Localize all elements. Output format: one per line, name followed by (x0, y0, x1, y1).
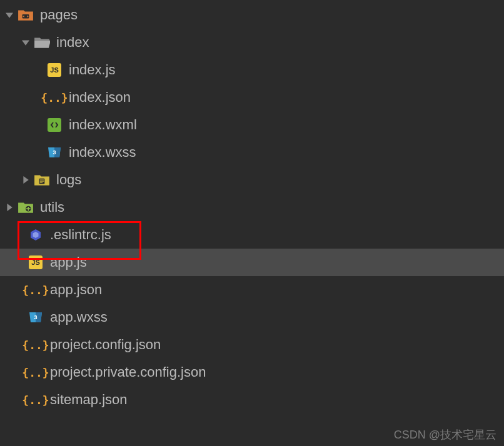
file-label: index.wxss (69, 144, 136, 161)
tree-folder-logs[interactable]: logs (0, 166, 504, 194)
file-tree: pages index JS index.js {..} index.json … (0, 0, 504, 414)
wxss-icon: 3 (28, 309, 44, 325)
file-label: app.wxss (50, 309, 108, 325)
wxml-icon (48, 118, 61, 132)
svg-text:3: 3 (34, 314, 37, 320)
json-icon: {..} (28, 282, 44, 298)
tree-file-index-json[interactable]: {..} index.json (0, 84, 504, 111)
folder-utils-icon (18, 199, 34, 216)
file-label: app.js (50, 254, 87, 270)
js-icon: JS (48, 63, 61, 77)
js-icon: JS (29, 255, 43, 269)
json-icon: {..} (28, 392, 44, 408)
folder-label: index (56, 34, 89, 51)
folder-pages-icon (18, 7, 34, 23)
chevron-right-icon (19, 173, 33, 187)
file-label: .eslintrc.js (50, 227, 111, 243)
file-label: project.config.json (50, 337, 161, 353)
tree-folder-index[interactable]: index (0, 29, 504, 56)
folder-label: pages (40, 7, 78, 23)
tree-folder-utils[interactable]: utils (0, 194, 504, 221)
svg-text:3: 3 (53, 149, 56, 156)
tree-file-sitemap[interactable]: {..} sitemap.json (0, 386, 504, 414)
tree-file-index-wxml[interactable]: index.wxml (0, 111, 504, 139)
chevron-down-icon (19, 36, 33, 49)
tree-file-project-config[interactable]: {..} project.config.json (0, 331, 504, 359)
folder-open-icon (34, 34, 50, 51)
eslint-icon (28, 227, 44, 243)
svg-rect-5 (40, 182, 43, 183)
file-label: app.json (50, 282, 102, 298)
folder-label: logs (56, 172, 81, 188)
json-icon: {..} (46, 89, 63, 106)
tree-file-project-private-config[interactable]: {..} project.private.config.json (0, 359, 504, 386)
json-icon: {..} (28, 337, 44, 353)
json-icon: {..} (28, 364, 44, 380)
folder-label: utils (40, 199, 64, 216)
tree-file-index-js[interactable]: JS index.js (0, 56, 504, 84)
chevron-right-icon (3, 201, 16, 214)
tree-file-eslintrc[interactable]: .eslintrc.js (0, 221, 504, 249)
tree-file-index-wxss[interactable]: 3 index.wxss (0, 139, 504, 166)
folder-logs-icon (34, 172, 50, 188)
watermark: CSDN @技术宅星云 (394, 427, 496, 442)
wxss-icon: 3 (46, 144, 63, 161)
tree-file-app-json[interactable]: {..} app.json (0, 276, 504, 304)
tree-file-app-js[interactable]: JS app.js (0, 249, 504, 276)
svg-rect-3 (40, 179, 44, 180)
svg-rect-4 (40, 181, 44, 182)
file-label: index.wxml (69, 117, 137, 133)
file-label: sitemap.json (50, 392, 128, 408)
tree-file-app-wxss[interactable]: 3 app.wxss (0, 304, 504, 331)
chevron-down-icon (3, 8, 16, 22)
file-label: index.json (69, 89, 131, 106)
file-label: index.js (69, 62, 116, 78)
tree-folder-pages[interactable]: pages (0, 1, 504, 29)
file-label: project.private.config.json (50, 364, 206, 380)
